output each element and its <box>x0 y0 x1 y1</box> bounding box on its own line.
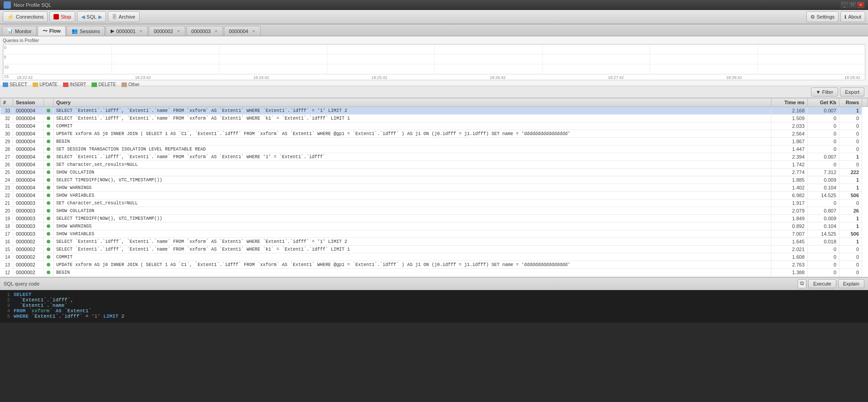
cell-query: BEGIN <box>53 138 771 145</box>
table-row[interactable]: 33 0000004 SELECT `Extent1`.`idfff`, `Ex… <box>0 107 868 115</box>
cell-num: 12 <box>0 269 13 276</box>
explain-button[interactable]: Explain <box>838 279 864 288</box>
execute-button[interactable]: Execute <box>808 279 836 288</box>
table-row[interactable]: 20 0000003 SHOW COLLATION 2.079 0.807 26 <box>0 207 868 215</box>
tab-0000003[interactable]: 0000003 ✕ <box>186 26 223 36</box>
tab-flow[interactable]: 〜 Flow <box>38 26 66 36</box>
table-row[interactable]: 14 0000002 COMMIT 1.608 0 0 <box>0 253 868 261</box>
archive-button[interactable]: 🗄 Archive <box>108 11 140 22</box>
table-row[interactable]: 26 0000004 SET character_set_results=NUL… <box>0 161 868 169</box>
tab-sessions[interactable]: 👥 Sessions <box>67 26 105 36</box>
cell-status <box>44 199 53 207</box>
cell-time: 1.742 <box>771 161 808 169</box>
col-get-kb: Get Kb <box>808 98 839 107</box>
about-button[interactable]: ℹ About <box>840 11 865 22</box>
table-row[interactable]: 13 0000002 UPDATE xxform AS j0 INNER JOI… <box>0 261 868 269</box>
settings-button[interactable]: ⚙ Settings <box>806 11 839 22</box>
cell-session: 0000003 <box>13 223 44 230</box>
cell-status <box>44 161 53 169</box>
cell-get-kb: 0.009 <box>808 176 839 184</box>
cell-time: 1.645 <box>771 238 808 246</box>
arrow-icon: ▶ <box>111 28 114 34</box>
table-row[interactable]: 28 0000004 SET SESSION TRANSACTION ISOLA… <box>0 145 868 153</box>
connections-button[interactable]: ⚡ Connections <box>3 11 48 22</box>
table-row[interactable]: 31 0000004 COMMIT 2.033 0 0 <box>0 122 868 130</box>
table-row[interactable]: 27 0000004 SELECT `Extent1`.`idfff`, `Ex… <box>0 153 868 161</box>
cell-get-kb: 0.807 <box>808 207 839 215</box>
table-row[interactable]: 22 0000004 SHOW VARIABLES 6.982 14.525 5… <box>0 192 868 199</box>
cell-num: 24 <box>0 176 13 184</box>
close-button[interactable]: ✕ <box>857 2 864 8</box>
sql-button[interactable]: ◀ SQL ▶ <box>77 11 106 22</box>
table-row[interactable]: 29 0000004 BEGIN 1.867 0 0 <box>0 138 868 145</box>
cell-query: SHOW COLLATION <box>53 207 771 215</box>
cell-query: SELECT `Extent1`.`idfff`, `Extent1`.`nam… <box>53 115 771 122</box>
col-status <box>44 98 53 107</box>
table-row[interactable]: 15 0000002 SELECT `Extent1`.`idfff`, `Ex… <box>0 246 868 253</box>
table-row[interactable]: 12 0000002 BEGIN 1.388 0 0 <box>0 269 868 276</box>
cell-get-kb: 0.104 <box>808 223 839 230</box>
stop-button[interactable]: Stop <box>49 11 75 22</box>
tab-0000001[interactable]: ▶ 0000001 ✕ <box>106 26 148 36</box>
tab-monitor[interactable]: 📊 Monitor <box>2 26 37 36</box>
cell-query: SHOW VARIABLES <box>53 192 771 199</box>
cell-status <box>44 238 53 246</box>
table-row[interactable]: 19 0000003 SELECT TIMEDIFF(NOW(), UTC_TI… <box>0 215 868 223</box>
tab-close-0000004[interactable]: ✕ <box>252 29 256 34</box>
cell-get-kb: 0 <box>808 122 839 130</box>
select-color-dot <box>3 82 8 87</box>
table-row[interactable]: 17 0000003 SHOW VARIABLES 7.007 14.525 5… <box>0 230 868 238</box>
minimize-button[interactable]: _ <box>841 2 848 8</box>
cell-session: 0000004 <box>13 184 44 192</box>
status-dot <box>47 194 50 197</box>
maximize-button[interactable]: □ <box>849 2 856 8</box>
table-row[interactable]: 16 0000002 SELECT `Extent1`.`idfff`, `Ex… <box>0 238 868 246</box>
cell-get-kb: 14.525 <box>808 230 839 238</box>
status-dot <box>47 186 50 189</box>
cell-status <box>44 253 53 261</box>
cell-get-kb: 0 <box>808 130 839 138</box>
cell-session: 0000004 <box>13 130 44 138</box>
table-row[interactable]: 25 0000004 SHOW COLLATION 2.774 7.312 22… <box>0 169 868 176</box>
cell-num: 19 <box>0 215 13 223</box>
cell-query: SET character_set_results=NULL <box>53 199 771 207</box>
cell-session: 0000002 <box>13 269 44 276</box>
export-button[interactable]: Export <box>840 87 864 97</box>
table-row[interactable]: 18 0000003 SHOW WARNINGS 0.892 0.104 1 <box>0 223 868 230</box>
cell-status <box>44 122 53 130</box>
cell-time: 2.168 <box>771 107 808 115</box>
tab-close-0000003[interactable]: ✕ <box>214 29 218 34</box>
filter-button[interactable]: ▼ Filter <box>811 87 838 97</box>
cell-num: 33 <box>0 107 13 115</box>
table-row[interactable]: 21 0000003 SET character_set_results=NUL… <box>0 199 868 207</box>
tab-close-0000002[interactable]: ✕ <box>177 29 180 34</box>
cell-query: SELECT `Extent1`.`idfff`, `Extent1`.`nam… <box>53 238 771 246</box>
cell-query: UPDATE xxform AS j0 INNER JOIN ( SELECT … <box>53 130 771 138</box>
copy-icon[interactable]: ⧉ <box>798 279 806 288</box>
cell-time: 7.007 <box>771 230 808 238</box>
status-dot <box>47 147 50 151</box>
cell-query: COMMIT <box>53 122 771 130</box>
table-row[interactable]: 32 0000004 SELECT `Extent1`.`idfff`, `Ex… <box>0 115 868 122</box>
sql-editor[interactable]: 1SELECT 2 `Extent1`.`idfff`, 3 `Extent1`… <box>0 290 868 323</box>
cell-status <box>44 184 53 192</box>
status-dot <box>47 116 50 120</box>
archive-label: Archive <box>119 14 136 19</box>
cell-query: SHOW WARNINGS <box>53 184 771 192</box>
export-label: Export <box>845 89 859 95</box>
tab-0000004[interactable]: 0000004 ✕ <box>224 26 261 36</box>
table-row[interactable]: 30 0000004 UPDATE xxform AS j0 INNER JOI… <box>0 130 868 138</box>
cell-status <box>44 153 53 161</box>
cell-time: 1.447 <box>771 145 808 153</box>
cell-rows: 26 <box>839 207 862 215</box>
status-dot <box>47 132 50 136</box>
table-row[interactable]: 24 0000004 SELECT TIMEDIFF(NOW(), UTC_TI… <box>0 176 868 184</box>
sql-label-bar: SQL query code ⧉ Execute Explain <box>0 278 868 290</box>
cell-session: 0000003 <box>13 230 44 238</box>
query-table-container[interactable]: # Session Query Time ms Get Kb Rows 33 0… <box>0 98 868 277</box>
legend-update: UPDATE <box>33 82 58 87</box>
tab-0000002[interactable]: 0000002 ✕ <box>149 26 185 36</box>
table-row[interactable]: 23 0000004 SHOW WARNINGS 1.402 0.104 1 <box>0 184 868 192</box>
tab-close-0000001[interactable]: ✕ <box>139 29 143 34</box>
cell-time: 1.867 <box>771 138 808 145</box>
